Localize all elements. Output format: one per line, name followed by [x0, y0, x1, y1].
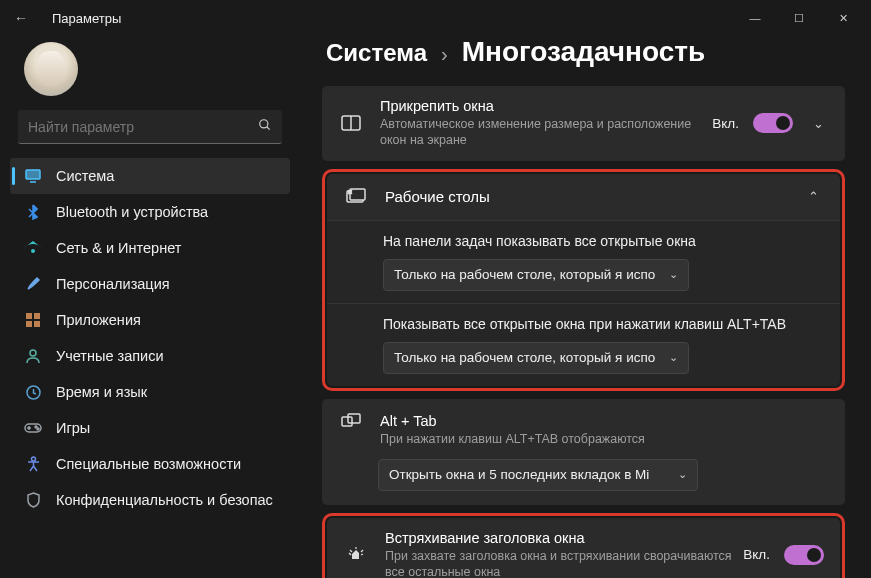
clock-icon	[24, 383, 42, 401]
sidebar-item-label: Система	[56, 168, 114, 184]
svg-point-10	[30, 350, 36, 356]
svg-rect-6	[26, 313, 32, 319]
svg-point-17	[31, 457, 35, 461]
alttab-dropdown[interactable]: Открыть окна и 5 последних вкладок в Mi …	[378, 459, 698, 491]
breadcrumb-parent[interactable]: Система	[326, 39, 427, 67]
snap-icon	[338, 115, 364, 131]
sidebar-item-label: Время и язык	[56, 384, 147, 400]
desktops-title: Рабочие столы	[385, 188, 802, 205]
snap-subtitle: Автоматическое изменение размера и распо…	[380, 116, 712, 149]
user-icon	[24, 347, 42, 365]
breadcrumb: Система › Многозадачность	[326, 36, 845, 68]
sidebar-item-label: Учетные записи	[56, 348, 164, 364]
desktops-icon	[343, 188, 369, 206]
snap-state-label: Вкл.	[712, 116, 739, 131]
sidebar-item-monitor[interactable]: Система	[10, 158, 290, 194]
svg-line-29	[361, 550, 363, 552]
sidebar-item-clock[interactable]: Время и язык	[10, 374, 290, 410]
desktops-opt1-label: На панели задач показывать все открытые …	[383, 233, 824, 249]
sidebar-item-label: Игры	[56, 420, 90, 436]
alttab-title: Alt + Tab	[380, 413, 829, 429]
snap-toggle[interactable]	[753, 113, 793, 133]
search-box[interactable]	[18, 110, 282, 144]
snap-windows-card[interactable]: Прикрепить окна Автоматическое изменение…	[322, 86, 845, 161]
chevron-down-icon: ⌄	[669, 351, 678, 364]
back-button[interactable]: ←	[14, 10, 34, 26]
shake-highlight: Встряхивание заголовка окна При захвате …	[322, 513, 845, 579]
monitor-icon	[24, 167, 42, 185]
desktops-opt1-dropdown[interactable]: Только на рабочем столе, который я испо …	[383, 259, 689, 291]
shake-title: Встряхивание заголовка окна	[385, 530, 743, 546]
sidebar-item-label: Персонализация	[56, 276, 170, 292]
maximize-button[interactable]: ☐	[777, 4, 821, 32]
shake-icon	[343, 545, 369, 565]
window-title: Параметры	[52, 11, 121, 26]
svg-point-16	[37, 428, 39, 430]
sidebar-item-gamepad[interactable]: Игры	[10, 410, 290, 446]
svg-point-0	[260, 120, 268, 128]
brush-icon	[24, 275, 42, 293]
sidebar-item-label: Приложения	[56, 312, 141, 328]
page-title: Многозадачность	[462, 36, 706, 68]
sidebar-item-shield[interactable]: Конфиденциальность и безопас	[10, 482, 290, 518]
chevron-down-icon: ⌄	[678, 468, 687, 481]
desktops-opt2-label: Показывать все открытые окна при нажатии…	[383, 316, 824, 332]
apps-icon	[24, 311, 42, 329]
svg-point-5	[31, 249, 35, 253]
svg-line-1	[267, 127, 270, 130]
chevron-down-icon: ⌄	[669, 268, 678, 281]
sidebar-item-label: Конфиденциальность и безопас	[56, 492, 273, 508]
svg-rect-25	[342, 417, 352, 426]
sidebar-item-user[interactable]: Учетные записи	[10, 338, 290, 374]
search-input[interactable]	[28, 119, 258, 135]
sidebar-item-label: Сеть & и Интернет	[56, 240, 181, 256]
svg-rect-7	[34, 313, 40, 319]
shake-toggle[interactable]	[784, 545, 824, 565]
shake-subtitle: При захвате заголовка окна и встряхивани…	[385, 548, 743, 579]
wifi-icon	[24, 239, 42, 257]
gamepad-icon	[24, 419, 42, 437]
shake-card[interactable]: Встряхивание заголовка окна При захвате …	[327, 518, 840, 579]
sidebar-item-accessibility[interactable]: Специальные возможности	[10, 446, 290, 482]
sidebar-item-bluetooth[interactable]: Bluetooth и устройства	[10, 194, 290, 230]
alttab-icon	[338, 413, 364, 427]
chevron-down-icon[interactable]: ⌄	[807, 116, 829, 131]
svg-rect-3	[26, 170, 40, 179]
chevron-right-icon: ›	[441, 43, 448, 66]
svg-rect-8	[26, 321, 32, 327]
desktops-header[interactable]: Рабочие столы ⌃	[327, 174, 840, 220]
sidebar-item-apps[interactable]: Приложения	[10, 302, 290, 338]
desktops-highlight: Рабочие столы ⌃ На панели задач показыва…	[322, 169, 845, 391]
svg-rect-9	[34, 321, 40, 327]
search-icon	[258, 118, 272, 135]
alttab-subtitle: При нажатии клавиш ALT+TAB отображаются	[380, 431, 740, 447]
snap-title: Прикрепить окна	[380, 98, 712, 114]
sidebar-item-label: Специальные возможности	[56, 456, 241, 472]
svg-point-15	[35, 426, 37, 428]
avatar[interactable]	[24, 42, 78, 96]
minimize-button[interactable]: ―	[733, 4, 777, 32]
shield-icon	[24, 491, 42, 509]
accessibility-icon	[24, 455, 42, 473]
svg-line-27	[349, 553, 351, 555]
desktops-opt2-dropdown[interactable]: Только на рабочем столе, который я испо …	[383, 342, 689, 374]
sidebar-item-brush[interactable]: Персонализация	[10, 266, 290, 302]
chevron-up-icon[interactable]: ⌃	[802, 189, 824, 204]
svg-rect-26	[348, 414, 360, 423]
shake-state-label: Вкл.	[743, 547, 770, 562]
svg-line-28	[350, 550, 352, 552]
sidebar-item-label: Bluetooth и устройства	[56, 204, 208, 220]
alttab-card[interactable]: Alt + Tab При нажатии клавиш ALT+TAB ото…	[322, 399, 845, 505]
bluetooth-icon	[24, 203, 42, 221]
sidebar-item-wifi[interactable]: Сеть & и Интернет	[10, 230, 290, 266]
close-button[interactable]: ✕	[821, 4, 865, 32]
svg-line-30	[361, 554, 363, 555]
